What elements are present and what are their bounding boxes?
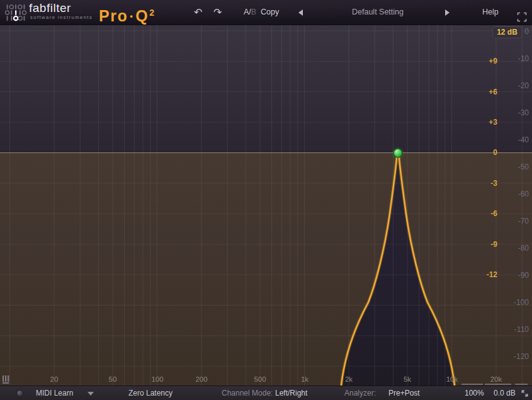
gain-scale-label: 0 xyxy=(473,148,497,157)
copy-button[interactable]: Copy xyxy=(261,0,279,25)
undo-button[interactable]: ↶ xyxy=(194,0,202,25)
brand-tagline: software instruments xyxy=(30,14,93,21)
help-button[interactable]: Help xyxy=(482,0,499,25)
analyzer-label: Analyzer: xyxy=(344,386,376,400)
redo-button[interactable]: ↷ xyxy=(213,0,222,25)
title-bar: fabfilter software instruments Pro•Q2 ↶ … xyxy=(0,0,532,25)
analyzer-scale-label: -110 xyxy=(502,325,529,334)
freq-scale-label: 2k xyxy=(335,375,363,384)
fullscreen-button[interactable] xyxy=(517,8,527,18)
freq-scale-label: 200 xyxy=(188,375,215,384)
freq-scale-label: 10k xyxy=(438,375,466,384)
fullscreen-icon xyxy=(517,12,527,22)
freq-scale-label: 5k xyxy=(393,375,421,384)
channel-mode-label: Channel Mode: xyxy=(222,386,273,400)
output-gain-value[interactable]: 0.0 dB xyxy=(494,386,516,400)
display-range-button[interactable]: 12 dB xyxy=(493,26,521,38)
analyzer-scale-label: -90 xyxy=(502,271,529,280)
scale-value[interactable]: 100% xyxy=(465,386,484,400)
analyzer-scale-label: -20 xyxy=(502,81,529,90)
gain-scale-label: -6 xyxy=(473,209,497,218)
eq-plot xyxy=(0,25,532,386)
freq-scale-label: 20k xyxy=(482,375,510,384)
midi-learn-button[interactable]: MIDI Learn xyxy=(36,386,73,400)
logo-dot: • xyxy=(130,11,133,21)
piano-icon xyxy=(2,375,12,384)
ab-inactive-label: B xyxy=(251,8,256,16)
analyzer-scale-label: -40 xyxy=(502,135,529,144)
gain-scale-label: -9 xyxy=(473,240,497,249)
ab-active-label: A/ xyxy=(244,8,251,16)
analyzer-scale-label: -10 xyxy=(502,54,529,63)
analyzer-scale-label: -80 xyxy=(502,244,529,253)
pro-q2-window: fabfilter software instruments Pro•Q2 ↶ … xyxy=(0,0,532,400)
band-node[interactable] xyxy=(393,149,402,157)
gain-drag-dash xyxy=(485,384,511,385)
midi-learn-caret-icon[interactable] xyxy=(88,392,94,396)
freq-scale-label: 500 xyxy=(246,375,274,384)
analyzer-scale-label: -60 xyxy=(502,190,529,198)
preset-next-button[interactable] xyxy=(445,9,450,16)
resize-icon xyxy=(520,389,529,398)
channel-mode-value[interactable]: Left/Right xyxy=(275,386,307,400)
logo-sup: 2 xyxy=(149,8,155,18)
logo-q: Q xyxy=(135,7,149,25)
bottom-bar: MIDI Learn Zero Latency Channel Mode: Le… xyxy=(0,386,532,400)
gain-scale-label: +9 xyxy=(473,57,497,66)
analyzer-scale-label: -100 xyxy=(502,298,529,307)
freq-scale-label: 50 xyxy=(99,375,127,384)
freq-scale-label: 100 xyxy=(144,375,171,384)
logo-pro: Pro xyxy=(99,7,128,25)
preset-name[interactable]: Default Setting xyxy=(315,0,441,25)
gain-scale-label: -12 xyxy=(473,270,497,279)
freq-scale-label: 1k xyxy=(291,375,319,384)
ab-toggle[interactable]: A/B xyxy=(244,0,256,25)
resize-handle[interactable] xyxy=(520,389,529,400)
eq-curve-fill xyxy=(0,153,532,386)
freq-scale-label: 20 xyxy=(40,375,68,384)
gain-scale-label: +6 xyxy=(473,88,497,96)
analyzer-scale-label: -30 xyxy=(502,108,529,117)
zero-latency-button[interactable]: Zero Latency xyxy=(128,386,173,400)
gain-scale-label: -3 xyxy=(473,179,497,188)
midi-led xyxy=(17,391,23,396)
corner-dash xyxy=(515,384,528,385)
gain-scale-label: +3 xyxy=(473,118,497,127)
eq-display[interactable]: +9 +6 +3 0 -3 -6 -9 -12 0 -10 -20 -30 -4… xyxy=(0,25,532,386)
analyzer-value[interactable]: Pre+Post xyxy=(388,386,420,400)
analyzer-scale-label: -120 xyxy=(502,352,529,361)
scale-drag-dash xyxy=(461,384,483,385)
product-logo: Pro•Q2 xyxy=(99,1,156,25)
analyzer-scale-label: -70 xyxy=(502,217,529,226)
preset-prev-button[interactable] xyxy=(298,9,303,16)
fabfilter-logo-icon xyxy=(4,4,27,21)
analyzer-scale-label: -50 xyxy=(502,163,529,171)
brand-name: fabfilter xyxy=(29,1,71,15)
